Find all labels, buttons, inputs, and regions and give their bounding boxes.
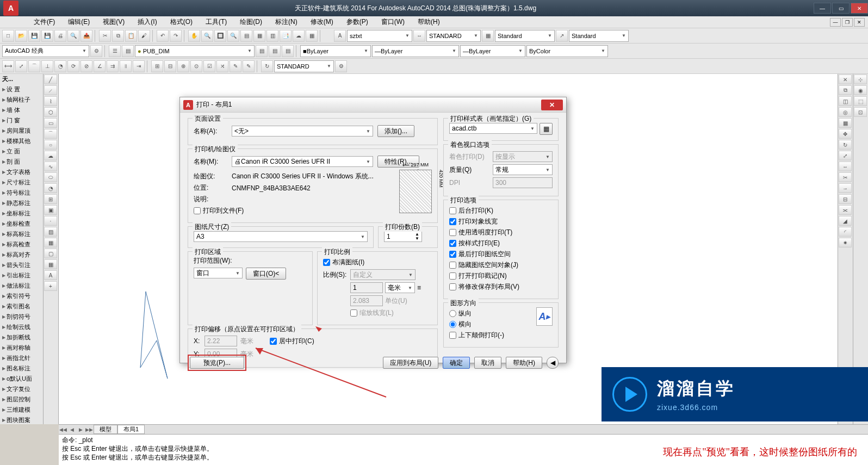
- textstyle-icon[interactable]: A: [334, 30, 346, 42]
- polygon-icon[interactable]: ⬡: [44, 107, 57, 117]
- rotate-icon[interactable]: ↻: [839, 140, 852, 150]
- linetype-combo[interactable]: — ByLayer▼: [372, 45, 459, 57]
- offset-icon[interactable]: ◎: [839, 107, 852, 117]
- circle-icon[interactable]: ○: [44, 140, 57, 150]
- explode-icon[interactable]: ✷: [839, 238, 852, 247]
- plot-style-combo[interactable]: acad.ctb▼: [449, 123, 537, 134]
- apply-to-layout-button[interactable]: 应用到布局(U): [383, 357, 439, 369]
- preview-button[interactable]: 预览(P)...: [190, 357, 244, 369]
- paste-icon[interactable]: 📋: [125, 30, 137, 42]
- open-icon[interactable]: 📂: [15, 30, 27, 42]
- minimize-button[interactable]: —: [814, 3, 831, 14]
- mtext-icon[interactable]: A: [44, 270, 57, 280]
- mirror-icon[interactable]: ◫: [839, 96, 852, 106]
- revcloud-icon[interactable]: ☁: [44, 151, 57, 160]
- new-icon[interactable]: □: [2, 30, 14, 42]
- panel-item[interactable]: ▶房间屋顶: [0, 126, 43, 136]
- dimstyle-std-combo[interactable]: STANDARD▼: [426, 30, 481, 42]
- calc-icon[interactable]: ▦: [306, 30, 318, 42]
- tab-first-icon[interactable]: ◀◀: [59, 427, 67, 432]
- layer-prev-icon[interactable]: ▤: [269, 45, 281, 57]
- tab-model[interactable]: 模型: [94, 425, 117, 434]
- center-mark-icon[interactable]: ⊙: [190, 60, 202, 72]
- line-icon[interactable]: ╱: [44, 75, 57, 84]
- dim-jogged-icon[interactable]: ⟳: [67, 60, 79, 72]
- move-icon[interactable]: ✥: [839, 129, 852, 139]
- tp-icon[interactable]: ▥: [266, 30, 278, 42]
- panel-item[interactable]: ▶引出标注: [0, 270, 43, 281]
- portrait-radio[interactable]: [449, 310, 456, 317]
- cancel-button[interactable]: 取消: [474, 357, 501, 369]
- panel-item[interactable]: ▶图块图案: [0, 415, 43, 424]
- addsel-icon[interactable]: +: [44, 281, 57, 291]
- panel-item[interactable]: ▶立 面: [0, 146, 43, 157]
- hatch-icon[interactable]: ▨: [44, 227, 57, 237]
- plot-stamp-checkbox[interactable]: [449, 272, 456, 280]
- dialog-close-button[interactable]: ✕: [541, 100, 563, 110]
- menu-draw[interactable]: 绘图(D): [233, 17, 269, 27]
- view-icon[interactable]: ⬚: [854, 96, 867, 106]
- menu-help[interactable]: 帮助(H): [411, 17, 447, 27]
- panel-item[interactable]: ▶剖 面: [0, 157, 43, 167]
- close-button[interactable]: ✕: [851, 3, 868, 14]
- tablestyle-icon[interactable]: ▦: [482, 30, 494, 42]
- panel-item[interactable]: ▶坐标检查: [0, 219, 43, 229]
- dim-continue-icon[interactable]: ⇥: [133, 60, 145, 72]
- zoom-win-icon[interactable]: 🔲: [214, 30, 226, 42]
- dim-space-icon[interactable]: ⊞: [151, 60, 163, 72]
- panel-item[interactable]: ▶标高标注: [0, 229, 43, 239]
- ucs-icon[interactable]: ⊹: [854, 75, 867, 84]
- tab-next-icon[interactable]: ▶: [76, 427, 85, 432]
- dim-tedit-icon[interactable]: ✎: [243, 60, 255, 72]
- panel-item[interactable]: ▶索引图名: [0, 301, 43, 312]
- lineweight-combo[interactable]: — ByLayer▼: [460, 45, 525, 57]
- dim-edit-icon[interactable]: ✎: [230, 60, 241, 72]
- preview-icon[interactable]: 🔍: [67, 30, 79, 42]
- panel-item[interactable]: ▶门 窗: [0, 115, 43, 126]
- block-icon[interactable]: ▣: [44, 205, 57, 215]
- transparency-checkbox[interactable]: [449, 229, 456, 236]
- menu-view[interactable]: 视图(V): [96, 17, 131, 27]
- panel-item[interactable]: ▶画对称轴: [0, 343, 43, 353]
- copies-input[interactable]: 1▲▼: [384, 231, 422, 242]
- paper-size-combo[interactable]: A3▼: [194, 231, 368, 242]
- paperspace-last-checkbox[interactable]: [449, 251, 456, 258]
- menu-format[interactable]: 格式(O): [164, 17, 199, 27]
- copy-icon[interactable]: ⧉: [112, 30, 124, 42]
- pline-icon[interactable]: ⌇: [44, 96, 57, 106]
- dim-radius-icon[interactable]: ◔: [54, 60, 66, 72]
- upside-down-checkbox[interactable]: [449, 332, 456, 339]
- panel-item[interactable]: ▶楼梯其他: [0, 136, 43, 146]
- mleaderstyle-combo[interactable]: Standard▼: [569, 30, 629, 42]
- panel-item[interactable]: ▶文字复位: [0, 384, 43, 394]
- table-icon[interactable]: ▦: [44, 259, 57, 269]
- menu-file[interactable]: 文件(F): [27, 17, 61, 27]
- panel-item[interactable]: ▶剖切符号: [0, 312, 43, 322]
- rectangle-icon[interactable]: ▭: [44, 118, 57, 128]
- layer-states-icon[interactable]: ▤: [122, 45, 134, 57]
- break-icon[interactable]: ⊟: [839, 194, 852, 204]
- menu-insert[interactable]: 插入(I): [131, 17, 163, 27]
- landscape-radio[interactable]: [449, 321, 456, 328]
- panel-item[interactable]: ▶图层控制: [0, 394, 43, 405]
- erase-icon[interactable]: ✕: [839, 75, 852, 84]
- menu-edit[interactable]: 编辑(E): [61, 17, 96, 27]
- dim-baseline-icon[interactable]: ⫴: [120, 60, 132, 72]
- plot-lineweights-checkbox[interactable]: [449, 218, 456, 225]
- join-icon[interactable]: ⫘: [839, 205, 852, 215]
- panel-item[interactable]: ▶加折断线: [0, 332, 43, 343]
- color-combo[interactable]: ■ ByLayer▼: [300, 45, 371, 57]
- fillet-icon[interactable]: ◜: [839, 227, 852, 237]
- expand-button[interactable]: ◀: [547, 357, 559, 369]
- menu-window[interactable]: 窗口(W): [375, 17, 411, 27]
- window-button[interactable]: 窗口(O)<: [246, 268, 286, 280]
- printer-combo[interactable]: 🖨 Canon iR C3000 Series UFR II▼: [232, 156, 373, 167]
- textstyle-combo[interactable]: sztxt▼: [347, 30, 412, 42]
- insert-icon[interactable]: ⊞: [44, 194, 57, 204]
- panel-item[interactable]: ▶做法标注: [0, 281, 43, 291]
- dimstyle-combo2[interactable]: STANDARD▼: [274, 60, 334, 72]
- dc-icon[interactable]: ▦: [253, 30, 265, 42]
- panel-item[interactable]: ▶图名标注: [0, 363, 43, 374]
- ok-button[interactable]: 确定: [443, 357, 470, 369]
- page-setup-combo[interactable]: <无>▼: [232, 126, 373, 137]
